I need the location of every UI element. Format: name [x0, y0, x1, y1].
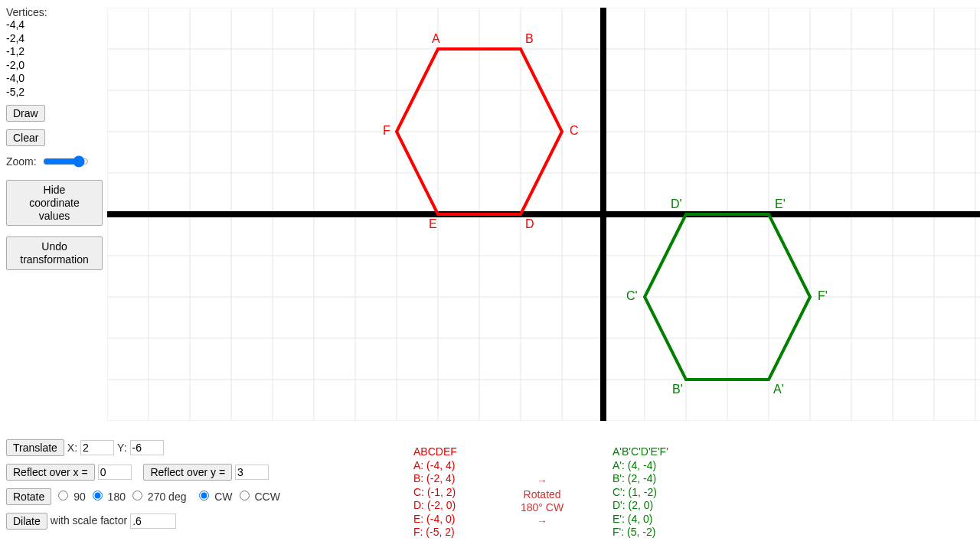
translate-button[interactable]: Translate: [6, 439, 64, 456]
vertices-input[interactable]: [6, 18, 75, 103]
rotate-270-option[interactable]: 270 deg: [129, 485, 187, 509]
rotate-ccw-option[interactable]: CCW: [236, 485, 280, 509]
coordinate-plane[interactable]: ABCDEFA'B'C'D'E'F': [107, 8, 980, 421]
translate-x-input[interactable]: [80, 440, 114, 455]
svg-text:E': E': [775, 197, 786, 210]
svg-text:D: D: [525, 217, 534, 230]
svg-text:B': B': [672, 383, 683, 396]
svg-text:F: F: [383, 124, 390, 137]
hide-coords-button[interactable]: Hide coordinate values: [6, 180, 103, 226]
svg-text:A: A: [432, 32, 440, 45]
svg-text:D': D': [671, 197, 682, 210]
svg-text:C': C': [626, 289, 638, 302]
image-coords: A'B'C'D'E'F' A': (4, -4) B': (2, -4) C':…: [612, 445, 668, 540]
translate-y-input[interactable]: [130, 440, 164, 455]
clear-button[interactable]: Clear: [6, 129, 45, 146]
transformation-description: → Rotated 180° CW →: [521, 474, 564, 528]
reflect-x-input[interactable]: [98, 465, 132, 480]
rotate-cw-option[interactable]: CW: [195, 485, 232, 509]
reflect-y-input[interactable]: [235, 465, 269, 480]
translate-x-label: X:: [67, 436, 77, 460]
rotate-180-option[interactable]: 180: [89, 485, 126, 509]
svg-text:E: E: [429, 217, 437, 230]
svg-text:C: C: [570, 124, 579, 137]
reflect-x-button[interactable]: Reflect over x =: [6, 464, 95, 481]
undo-button[interactable]: Undo transformation: [6, 236, 103, 270]
reflect-y-button[interactable]: Reflect over y =: [143, 464, 232, 481]
dilate-label: with scale factor: [51, 509, 127, 533]
rotate-button[interactable]: Rotate: [6, 488, 51, 505]
svg-text:B: B: [525, 32, 534, 45]
preimage-title: ABCDEF: [413, 445, 457, 459]
rotate-90-option[interactable]: 90: [54, 485, 85, 509]
zoom-label: Zoom:: [6, 155, 37, 168]
draw-button[interactable]: Draw: [6, 105, 45, 122]
image-title: A'B'C'D'E'F': [612, 445, 668, 459]
svg-text:F': F': [818, 289, 828, 302]
translate-y-label: Y:: [117, 436, 126, 460]
transformation-controls: Translate X: Y: Reflect over x = Reflect…: [6, 436, 389, 533]
preimage-coords: ABCDEF A: (-4, 4) B: (-2, 4) C: (-1, 2) …: [413, 445, 457, 540]
dilate-factor-input[interactable]: [130, 514, 176, 529]
svg-text:A': A': [773, 383, 784, 396]
zoom-slider[interactable]: [43, 155, 89, 168]
dilate-button[interactable]: Dilate: [6, 513, 47, 530]
